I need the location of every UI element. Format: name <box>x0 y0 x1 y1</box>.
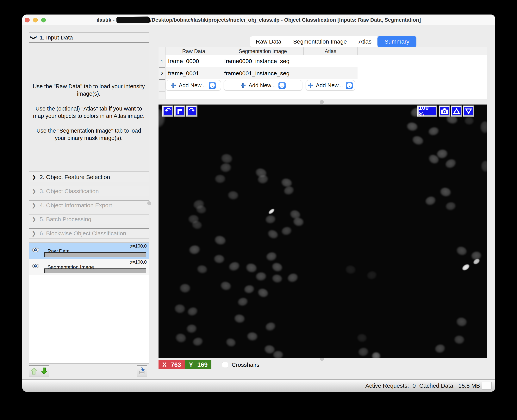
window-title: ilastik - /Desktop/bobiac/ilastik/projec… <box>22 15 495 25</box>
section-label: 3. Object Classification <box>39 188 99 195</box>
nucleus <box>268 208 275 215</box>
help-text-atlas: Use the (optional) "Atlas" tab if you wa… <box>31 105 146 120</box>
nucleus <box>481 161 487 172</box>
nucleus <box>273 351 283 358</box>
nucleus <box>271 274 283 284</box>
layer-row-raw-data[interactable]: α=100.0 Raw Data <box>29 243 149 259</box>
nucleus <box>255 272 267 281</box>
nucleus <box>224 337 237 348</box>
layer-row-segmentation-image[interactable]: α=100.0 Segmentation Image <box>29 259 149 275</box>
eye-icon[interactable] <box>32 247 39 253</box>
chevron-down-icon: ❯ <box>30 35 38 40</box>
nucleus <box>439 186 452 198</box>
nucleus <box>455 245 468 257</box>
row-number: 1 <box>159 59 165 65</box>
zoom-level-button[interactable]: 100 % <box>417 106 437 117</box>
column-header-segmentation-image[interactable]: Segmentation Image <box>222 47 304 55</box>
layer-alpha-value: α=100.0 <box>130 243 147 249</box>
camera-icon <box>441 108 448 114</box>
add-new-raw-data-button[interactable]: Add New... ⌄ <box>166 80 221 90</box>
section-blockwise-object-classification[interactable]: ❯ 6. Blockwise Object Classification <box>29 228 149 239</box>
nucleus <box>406 121 418 132</box>
nucleus <box>243 284 255 294</box>
tab-segmentation-image[interactable]: Segmentation Image <box>287 36 353 47</box>
nucleus <box>245 262 258 274</box>
vertical-splitter-handle[interactable] <box>147 201 151 205</box>
help-text-segmentation: Use the "Segmentation Image" tab to load… <box>31 127 146 142</box>
nucleus <box>372 352 381 358</box>
tab-raw-data[interactable]: Raw Data <box>250 36 287 47</box>
x-label: X <box>162 361 166 368</box>
plus-icon <box>171 83 176 88</box>
tab-summary[interactable]: Summary <box>378 36 416 47</box>
slice-up-button[interactable] <box>451 106 462 117</box>
column-header-atlas[interactable]: Atlas <box>304 47 357 55</box>
tab-label: Raw Data <box>256 38 281 45</box>
nucleus <box>264 214 276 224</box>
triangle-down-icon <box>465 108 472 114</box>
add-new-segmentation-button[interactable]: Add New... ⌄ <box>224 80 302 90</box>
eye-icon[interactable] <box>32 263 39 269</box>
status-overflow-button[interactable]: ... <box>482 382 492 390</box>
arrow-up-icon <box>31 367 37 375</box>
add-new-atlas-button[interactable]: Add New... ⌄ <box>306 80 355 90</box>
nucleus <box>215 175 225 183</box>
section-batch-processing[interactable]: ❯ 5. Batch Processing <box>29 214 149 224</box>
cell-raw-data[interactable]: frame_0001 <box>166 70 222 77</box>
section-object-feature-selection[interactable]: ❯ 2. Object Feature Selection <box>29 172 149 182</box>
nucleus <box>227 191 239 200</box>
nucleus <box>454 335 465 345</box>
tab-label: Atlas <box>359 38 372 45</box>
crosshairs-label: Crosshairs <box>231 361 259 368</box>
layer-alpha-value: α=100.0 <box>130 259 147 265</box>
chevron-right-icon: ❯ <box>31 174 36 180</box>
slice-down-button[interactable] <box>463 106 474 117</box>
tab-atlas[interactable]: Atlas <box>353 36 378 47</box>
cell-segmentation-image[interactable]: frame0000_instance_seg <box>222 58 303 64</box>
nucleus <box>214 255 225 264</box>
section-label: 1. Input Data <box>39 34 73 41</box>
section-object-information-export[interactable]: ❯ 4. Object Information Export <box>29 200 149 210</box>
tab-label: Segmentation Image <box>293 38 347 45</box>
x-position-badge: X 763 <box>159 360 185 369</box>
rotate-clockwise-button[interactable]: ↷ <box>186 106 197 117</box>
swap-axes-button[interactable] <box>174 106 185 117</box>
nucleus <box>214 235 227 246</box>
nucleus <box>220 163 232 173</box>
move-layer-down-button[interactable] <box>39 365 49 376</box>
add-new-dropdown-button[interactable]: ⌄ <box>209 82 216 89</box>
nucleus <box>186 306 199 317</box>
nucleus <box>220 153 233 164</box>
chevron-right-icon: ❯ <box>31 216 36 222</box>
add-new-label: Add New... <box>179 82 206 89</box>
nucleus <box>180 284 191 293</box>
table-row[interactable]: frame_0001 frame0001_instance_seg <box>166 67 357 79</box>
rotate-counterclockwise-button[interactable]: ↶ <box>162 106 173 117</box>
add-new-dropdown-button[interactable]: ⌄ <box>346 82 353 89</box>
nucleus <box>220 280 232 292</box>
table-row[interactable]: frame_0000 frame0000_instance_seg <box>166 55 357 67</box>
rotate-left-icon: ↶ <box>165 107 171 114</box>
section-object-classification[interactable]: ❯ 3. Object Classification <box>29 186 149 196</box>
nucleus <box>196 264 208 274</box>
layer-opacity-slider[interactable] <box>44 252 146 257</box>
move-layer-up-button[interactable] <box>29 365 39 376</box>
nucleus <box>444 158 457 170</box>
screenshot-button[interactable] <box>439 106 450 117</box>
add-new-label: Add New... <box>316 82 343 89</box>
image-viewer[interactable]: ↶ ↷ 100 % <box>159 105 487 358</box>
zoom-level-value: 100 % <box>418 105 436 118</box>
section-input-data[interactable]: ❯ 1. Input Data <box>29 32 149 43</box>
nucleus <box>464 117 474 125</box>
add-new-dropdown-button[interactable]: ⌄ <box>278 82 286 89</box>
nucleus <box>280 226 293 237</box>
nucleus <box>188 244 201 255</box>
crosshairs-checkbox[interactable] <box>222 362 228 368</box>
cell-raw-data[interactable]: frame_0000 <box>166 58 222 64</box>
column-header-raw-data[interactable]: Raw Data <box>165 47 222 55</box>
export-layer-button[interactable] <box>137 365 147 376</box>
layer-opacity-slider[interactable] <box>44 269 146 273</box>
horizontal-splitter-handle[interactable] <box>320 100 324 104</box>
cell-segmentation-image[interactable]: frame0001_instance_seg <box>222 70 303 77</box>
chevron-right-icon: ❯ <box>31 188 36 194</box>
